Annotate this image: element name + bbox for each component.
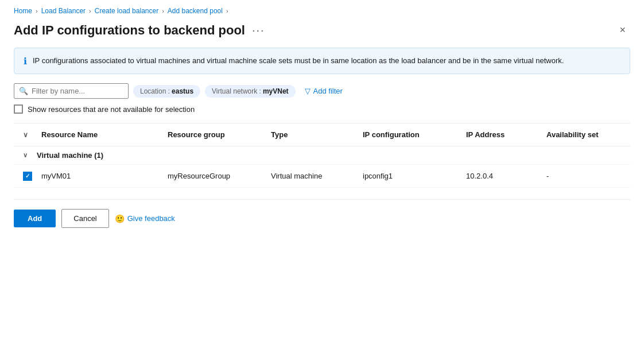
filter-funnel-icon: ▽ bbox=[305, 87, 311, 95]
cell-resource-group: myResourceGroup bbox=[163, 169, 266, 183]
page-title: Add IP configurations to backend pool bbox=[14, 23, 245, 38]
cell-ip-configuration: ipconfig1 bbox=[358, 169, 461, 183]
table-row: ✓ myVM01 myResourceGroup Virtual machine… bbox=[14, 165, 630, 188]
add-button[interactable]: Add bbox=[14, 210, 56, 227]
filter-row: 🔍 Location : eastus Virtual network : my… bbox=[14, 83, 630, 99]
breadcrumb-home[interactable]: Home bbox=[14, 7, 32, 15]
show-unavailable-checkbox[interactable] bbox=[14, 104, 23, 114]
footer-buttons: Add Cancel 🙂 Give feedback bbox=[14, 209, 630, 237]
col-header-type: Type bbox=[266, 128, 358, 141]
search-box[interactable]: 🔍 bbox=[14, 83, 129, 99]
row-select-checkbox[interactable]: ✓ bbox=[23, 172, 32, 181]
resource-table: ∨ Resource Name Resource group Type IP c… bbox=[14, 123, 630, 188]
table-header: ∨ Resource Name Resource group Type IP c… bbox=[14, 123, 630, 146]
location-chip-key: Location : bbox=[140, 87, 170, 95]
col-header-ip-address: IP Address bbox=[461, 128, 542, 141]
show-unavailable-row: Show resources that are not available fo… bbox=[14, 104, 630, 114]
info-banner-text: IP configurations associated to virtual … bbox=[33, 55, 564, 67]
cell-type: Virtual machine bbox=[266, 169, 358, 183]
group-chevron-icon[interactable]: ∨ bbox=[14, 152, 37, 159]
checkmark-icon: ✓ bbox=[25, 173, 30, 179]
cell-availability-set: - bbox=[542, 169, 630, 183]
feedback-label: Give feedback bbox=[127, 214, 175, 223]
add-filter-label: Add filter bbox=[313, 87, 343, 95]
cell-resource-name: myVM01 bbox=[37, 169, 163, 183]
group-label: Virtual machine (1) bbox=[37, 151, 630, 160]
location-chip-value: eastus bbox=[172, 87, 193, 95]
title-row: Add IP configurations to backend pool ··… bbox=[14, 22, 630, 38]
show-unavailable-label: Show resources that are not available fo… bbox=[28, 105, 195, 114]
collapse-all-icon[interactable]: ∨ bbox=[14, 128, 37, 141]
more-options-button[interactable]: ··· bbox=[252, 24, 265, 37]
add-filter-button[interactable]: ▽ Add filter bbox=[300, 84, 347, 98]
breadcrumb-create-load-balancer[interactable]: Create load balancer bbox=[95, 7, 158, 15]
feedback-link[interactable]: 🙂 Give feedback bbox=[115, 214, 175, 223]
location-filter-chip[interactable]: Location : eastus bbox=[133, 85, 200, 98]
breadcrumb: Home › Load Balancer › Create load balan… bbox=[14, 7, 630, 15]
col-header-resource-group: Resource group bbox=[163, 128, 266, 141]
breadcrumb-add-backend-pool[interactable]: Add backend pool bbox=[168, 7, 223, 15]
info-icon: ℹ bbox=[24, 56, 27, 67]
footer-divider bbox=[14, 199, 630, 200]
row-checkbox-cell: ✓ bbox=[14, 172, 37, 181]
vnet-chip-key: Virtual network : bbox=[212, 87, 261, 95]
group-row-virtual-machine: ∨ Virtual machine (1) bbox=[14, 146, 630, 165]
cancel-button[interactable]: Cancel bbox=[61, 209, 108, 228]
close-button[interactable]: × bbox=[615, 22, 630, 38]
breadcrumb-load-balancer[interactable]: Load Balancer bbox=[41, 7, 86, 15]
vnet-filter-chip[interactable]: Virtual network : myVNet bbox=[205, 85, 296, 98]
search-input[interactable] bbox=[32, 87, 123, 95]
search-icon: 🔍 bbox=[19, 87, 28, 95]
vnet-chip-value: myVNet bbox=[263, 87, 289, 95]
col-header-availability-set: Availability set bbox=[542, 128, 630, 141]
col-header-resource-name: Resource Name bbox=[37, 128, 163, 141]
info-banner: ℹ IP configurations associated to virtua… bbox=[14, 48, 630, 74]
feedback-icon: 🙂 bbox=[115, 214, 125, 223]
col-header-ip-config: IP configuration bbox=[358, 128, 461, 141]
cell-ip-address: 10.2.0.4 bbox=[461, 169, 542, 183]
